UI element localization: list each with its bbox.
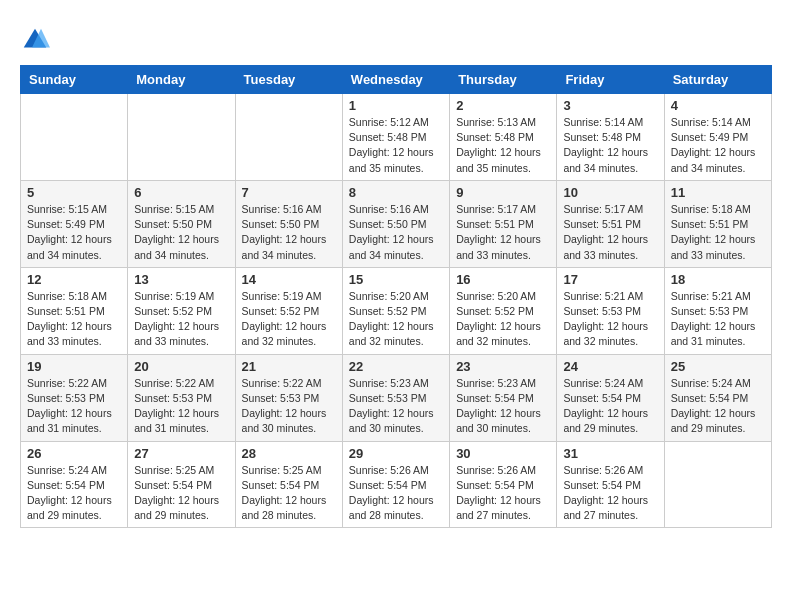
- calendar-week-row: 19Sunrise: 5:22 AM Sunset: 5:53 PM Dayli…: [21, 354, 772, 441]
- calendar-day-19: 19Sunrise: 5:22 AM Sunset: 5:53 PM Dayli…: [21, 354, 128, 441]
- calendar-day-9: 9Sunrise: 5:17 AM Sunset: 5:51 PM Daylig…: [450, 180, 557, 267]
- day-info: Sunrise: 5:19 AM Sunset: 5:52 PM Dayligh…: [242, 289, 336, 350]
- day-info: Sunrise: 5:23 AM Sunset: 5:53 PM Dayligh…: [349, 376, 443, 437]
- calendar-day-31: 31Sunrise: 5:26 AM Sunset: 5:54 PM Dayli…: [557, 441, 664, 528]
- day-number: 20: [134, 359, 228, 374]
- calendar-day-2: 2Sunrise: 5:13 AM Sunset: 5:48 PM Daylig…: [450, 94, 557, 181]
- day-info: Sunrise: 5:22 AM Sunset: 5:53 PM Dayligh…: [242, 376, 336, 437]
- day-info: Sunrise: 5:26 AM Sunset: 5:54 PM Dayligh…: [349, 463, 443, 524]
- calendar-day-24: 24Sunrise: 5:24 AM Sunset: 5:54 PM Dayli…: [557, 354, 664, 441]
- calendar-day-27: 27Sunrise: 5:25 AM Sunset: 5:54 PM Dayli…: [128, 441, 235, 528]
- logo: [20, 25, 54, 55]
- day-info: Sunrise: 5:15 AM Sunset: 5:50 PM Dayligh…: [134, 202, 228, 263]
- day-number: 13: [134, 272, 228, 287]
- day-info: Sunrise: 5:22 AM Sunset: 5:53 PM Dayligh…: [27, 376, 121, 437]
- calendar-day-26: 26Sunrise: 5:24 AM Sunset: 5:54 PM Dayli…: [21, 441, 128, 528]
- calendar-day-6: 6Sunrise: 5:15 AM Sunset: 5:50 PM Daylig…: [128, 180, 235, 267]
- day-number: 12: [27, 272, 121, 287]
- day-info: Sunrise: 5:12 AM Sunset: 5:48 PM Dayligh…: [349, 115, 443, 176]
- day-info: Sunrise: 5:14 AM Sunset: 5:48 PM Dayligh…: [563, 115, 657, 176]
- day-header-monday: Monday: [128, 66, 235, 94]
- day-number: 15: [349, 272, 443, 287]
- calendar-day-14: 14Sunrise: 5:19 AM Sunset: 5:52 PM Dayli…: [235, 267, 342, 354]
- calendar-day-17: 17Sunrise: 5:21 AM Sunset: 5:53 PM Dayli…: [557, 267, 664, 354]
- calendar-day-3: 3Sunrise: 5:14 AM Sunset: 5:48 PM Daylig…: [557, 94, 664, 181]
- calendar-day-4: 4Sunrise: 5:14 AM Sunset: 5:49 PM Daylig…: [664, 94, 771, 181]
- calendar-day-29: 29Sunrise: 5:26 AM Sunset: 5:54 PM Dayli…: [342, 441, 449, 528]
- day-number: 10: [563, 185, 657, 200]
- day-info: Sunrise: 5:25 AM Sunset: 5:54 PM Dayligh…: [134, 463, 228, 524]
- day-number: 27: [134, 446, 228, 461]
- day-number: 3: [563, 98, 657, 113]
- day-number: 6: [134, 185, 228, 200]
- calendar-week-row: 5Sunrise: 5:15 AM Sunset: 5:49 PM Daylig…: [21, 180, 772, 267]
- calendar-day-16: 16Sunrise: 5:20 AM Sunset: 5:52 PM Dayli…: [450, 267, 557, 354]
- day-number: 14: [242, 272, 336, 287]
- day-number: 21: [242, 359, 336, 374]
- calendar-table: SundayMondayTuesdayWednesdayThursdayFrid…: [20, 65, 772, 528]
- calendar-empty: [128, 94, 235, 181]
- calendar-day-5: 5Sunrise: 5:15 AM Sunset: 5:49 PM Daylig…: [21, 180, 128, 267]
- day-info: Sunrise: 5:13 AM Sunset: 5:48 PM Dayligh…: [456, 115, 550, 176]
- day-number: 26: [27, 446, 121, 461]
- day-number: 16: [456, 272, 550, 287]
- calendar-day-1: 1Sunrise: 5:12 AM Sunset: 5:48 PM Daylig…: [342, 94, 449, 181]
- day-info: Sunrise: 5:24 AM Sunset: 5:54 PM Dayligh…: [563, 376, 657, 437]
- calendar-day-30: 30Sunrise: 5:26 AM Sunset: 5:54 PM Dayli…: [450, 441, 557, 528]
- calendar-empty: [235, 94, 342, 181]
- day-number: 29: [349, 446, 443, 461]
- day-info: Sunrise: 5:16 AM Sunset: 5:50 PM Dayligh…: [242, 202, 336, 263]
- day-number: 11: [671, 185, 765, 200]
- day-info: Sunrise: 5:18 AM Sunset: 5:51 PM Dayligh…: [27, 289, 121, 350]
- day-number: 1: [349, 98, 443, 113]
- calendar-day-20: 20Sunrise: 5:22 AM Sunset: 5:53 PM Dayli…: [128, 354, 235, 441]
- calendar-day-18: 18Sunrise: 5:21 AM Sunset: 5:53 PM Dayli…: [664, 267, 771, 354]
- day-header-friday: Friday: [557, 66, 664, 94]
- day-number: 22: [349, 359, 443, 374]
- day-number: 24: [563, 359, 657, 374]
- calendar-day-15: 15Sunrise: 5:20 AM Sunset: 5:52 PM Dayli…: [342, 267, 449, 354]
- calendar-empty: [21, 94, 128, 181]
- calendar-day-13: 13Sunrise: 5:19 AM Sunset: 5:52 PM Dayli…: [128, 267, 235, 354]
- calendar-empty: [664, 441, 771, 528]
- calendar-day-10: 10Sunrise: 5:17 AM Sunset: 5:51 PM Dayli…: [557, 180, 664, 267]
- calendar-day-7: 7Sunrise: 5:16 AM Sunset: 5:50 PM Daylig…: [235, 180, 342, 267]
- day-number: 31: [563, 446, 657, 461]
- day-info: Sunrise: 5:23 AM Sunset: 5:54 PM Dayligh…: [456, 376, 550, 437]
- calendar-day-23: 23Sunrise: 5:23 AM Sunset: 5:54 PM Dayli…: [450, 354, 557, 441]
- calendar-day-21: 21Sunrise: 5:22 AM Sunset: 5:53 PM Dayli…: [235, 354, 342, 441]
- calendar-header-row: SundayMondayTuesdayWednesdayThursdayFrid…: [21, 66, 772, 94]
- calendar-day-12: 12Sunrise: 5:18 AM Sunset: 5:51 PM Dayli…: [21, 267, 128, 354]
- day-info: Sunrise: 5:17 AM Sunset: 5:51 PM Dayligh…: [563, 202, 657, 263]
- day-number: 19: [27, 359, 121, 374]
- day-number: 30: [456, 446, 550, 461]
- day-number: 25: [671, 359, 765, 374]
- day-info: Sunrise: 5:26 AM Sunset: 5:54 PM Dayligh…: [456, 463, 550, 524]
- day-header-sunday: Sunday: [21, 66, 128, 94]
- day-number: 2: [456, 98, 550, 113]
- day-number: 7: [242, 185, 336, 200]
- calendar-week-row: 12Sunrise: 5:18 AM Sunset: 5:51 PM Dayli…: [21, 267, 772, 354]
- day-number: 23: [456, 359, 550, 374]
- day-info: Sunrise: 5:20 AM Sunset: 5:52 PM Dayligh…: [456, 289, 550, 350]
- logo-icon: [20, 25, 50, 55]
- calendar-week-row: 1Sunrise: 5:12 AM Sunset: 5:48 PM Daylig…: [21, 94, 772, 181]
- day-number: 9: [456, 185, 550, 200]
- calendar-day-28: 28Sunrise: 5:25 AM Sunset: 5:54 PM Dayli…: [235, 441, 342, 528]
- day-info: Sunrise: 5:24 AM Sunset: 5:54 PM Dayligh…: [27, 463, 121, 524]
- day-number: 8: [349, 185, 443, 200]
- day-header-saturday: Saturday: [664, 66, 771, 94]
- day-number: 18: [671, 272, 765, 287]
- day-info: Sunrise: 5:24 AM Sunset: 5:54 PM Dayligh…: [671, 376, 765, 437]
- day-number: 17: [563, 272, 657, 287]
- day-info: Sunrise: 5:17 AM Sunset: 5:51 PM Dayligh…: [456, 202, 550, 263]
- day-info: Sunrise: 5:18 AM Sunset: 5:51 PM Dayligh…: [671, 202, 765, 263]
- day-header-thursday: Thursday: [450, 66, 557, 94]
- day-info: Sunrise: 5:19 AM Sunset: 5:52 PM Dayligh…: [134, 289, 228, 350]
- day-info: Sunrise: 5:21 AM Sunset: 5:53 PM Dayligh…: [563, 289, 657, 350]
- day-number: 4: [671, 98, 765, 113]
- day-info: Sunrise: 5:21 AM Sunset: 5:53 PM Dayligh…: [671, 289, 765, 350]
- calendar-day-22: 22Sunrise: 5:23 AM Sunset: 5:53 PM Dayli…: [342, 354, 449, 441]
- calendar-day-11: 11Sunrise: 5:18 AM Sunset: 5:51 PM Dayli…: [664, 180, 771, 267]
- day-info: Sunrise: 5:14 AM Sunset: 5:49 PM Dayligh…: [671, 115, 765, 176]
